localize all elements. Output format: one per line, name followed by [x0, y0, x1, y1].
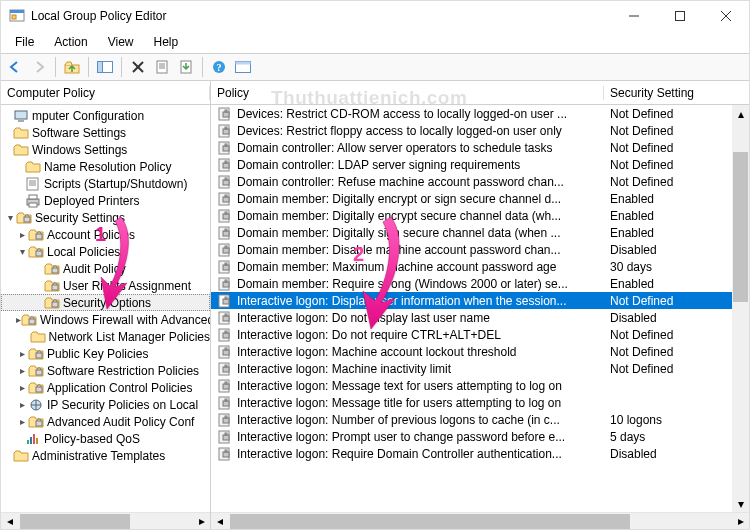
list-row[interactable]: Domain member: Digitally encrypt or sign…	[211, 190, 749, 207]
tree-item[interactable]: ▸Software Restriction Policies	[1, 362, 210, 379]
properties-button[interactable]	[151, 56, 173, 78]
twisty-icon[interactable]: ▸	[16, 229, 28, 240]
delete-button[interactable]	[127, 56, 149, 78]
list-row[interactable]: Domain controller: Allow server operator…	[211, 139, 749, 156]
tree-item[interactable]: ▾Security Settings	[1, 209, 210, 226]
tree-hscrollbar[interactable]: ◂ ▸	[1, 512, 210, 529]
policy-name: Domain member: Digitally sign secure cha…	[237, 226, 604, 240]
scroll-up-icon[interactable]: ▴	[732, 105, 749, 122]
tree-header-label: Computer Policy	[1, 86, 210, 100]
svg-rect-92	[223, 367, 229, 372]
tree-item[interactable]: Administrative Templates	[1, 447, 210, 464]
tree-item[interactable]: ▾Local Policies	[1, 243, 210, 260]
tree-item[interactable]: Name Resolution Policy	[1, 158, 210, 175]
close-button[interactable]	[703, 1, 749, 31]
list-row[interactable]: Domain member: Disable machine account p…	[211, 241, 749, 258]
list-row[interactable]: Interactive logon: Prompt user to change…	[211, 428, 749, 445]
list-hscrollbar[interactable]: ◂ ▸	[211, 512, 749, 529]
secfolder-icon	[28, 346, 44, 362]
list-row[interactable]: Interactive logon: Do not display last u…	[211, 309, 749, 326]
tree-item-label: Local Policies	[47, 245, 120, 259]
tree-item[interactable]: Policy-based QoS	[1, 430, 210, 447]
svg-rect-23	[27, 178, 38, 190]
list-vscrollbar[interactable]: ▴ ▾	[732, 105, 749, 512]
minimize-button[interactable]	[611, 1, 657, 31]
twisty-icon[interactable]: ▸	[16, 382, 28, 393]
col-policy[interactable]: Policy	[211, 86, 604, 100]
tree-item[interactable]: ▸Account Policies	[1, 226, 210, 243]
tree-item[interactable]: Windows Settings	[1, 141, 210, 158]
list-row[interactable]: Interactive logon: Message title for use…	[211, 394, 749, 411]
maximize-button[interactable]	[657, 1, 703, 31]
scroll-down-icon[interactable]: ▾	[732, 495, 749, 512]
list-row[interactable]: Devices: Restrict floppy access to local…	[211, 122, 749, 139]
scroll-left-icon[interactable]: ◂	[1, 513, 18, 530]
filter-options-button[interactable]	[232, 56, 254, 78]
col-setting[interactable]: Security Setting	[604, 86, 749, 100]
list-row[interactable]: Interactive logon: Do not require CTRL+A…	[211, 326, 749, 343]
tree-item[interactable]: ▸Advanced Audit Policy Conf	[1, 413, 210, 430]
menu-help[interactable]: Help	[144, 33, 189, 51]
tree-item[interactable]: User Rights Assignment	[1, 277, 210, 294]
list-row[interactable]: Domain member: Digitally encrypt secure …	[211, 207, 749, 224]
tree-item[interactable]: mputer Configuration	[1, 107, 210, 124]
tree-item[interactable]: Audit Policy	[1, 260, 210, 277]
twisty-icon[interactable]: ▸	[16, 416, 28, 427]
printer-icon	[25, 193, 41, 209]
tree-item[interactable]: Software Settings	[1, 124, 210, 141]
twisty-icon[interactable]: ▸	[16, 399, 28, 410]
tree-item[interactable]: ▸Application Control Policies	[1, 379, 210, 396]
twisty-icon[interactable]: ▾	[4, 212, 16, 223]
policy-name: Interactive logon: Require Domain Contro…	[237, 447, 604, 461]
scroll-right-icon[interactable]: ▸	[732, 513, 749, 530]
secfolder-icon	[44, 295, 60, 311]
svg-rect-35	[52, 302, 58, 307]
help-button[interactable]: ?	[208, 56, 230, 78]
tree-header[interactable]: Computer Policy	[1, 81, 210, 105]
list-row[interactable]: Domain controller: Refuse machine accoun…	[211, 173, 749, 190]
scroll-left-icon[interactable]: ◂	[211, 513, 228, 530]
export-list-button[interactable]	[175, 56, 197, 78]
tree-item[interactable]: ▸Public Key Policies	[1, 345, 210, 362]
toolbar-separator	[202, 57, 203, 77]
scroll-thumb[interactable]	[20, 514, 130, 529]
list-row[interactable]: Interactive logon: Number of previous lo…	[211, 411, 749, 428]
tree-item[interactable]: Deployed Printers	[1, 192, 210, 209]
twisty-icon[interactable]: ▾	[16, 246, 28, 257]
tree-item[interactable]: Network List Manager Policies	[1, 328, 210, 345]
list-view[interactable]: Devices: Restrict CD-ROM access to local…	[211, 105, 749, 512]
tree-item[interactable]: Scripts (Startup/Shutdown)	[1, 175, 210, 192]
tree-view[interactable]: mputer ConfigurationSoftware SettingsWin…	[1, 105, 210, 512]
list-row[interactable]: Domain controller: LDAP server signing r…	[211, 156, 749, 173]
show-hide-tree-button[interactable]	[94, 56, 116, 78]
list-row[interactable]: Interactive logon: Message text for user…	[211, 377, 749, 394]
menu-file[interactable]: File	[5, 33, 44, 51]
policy-icon	[217, 361, 233, 377]
up-button[interactable]	[61, 56, 83, 78]
scroll-thumb[interactable]	[230, 514, 630, 529]
policy-setting: Enabled	[604, 192, 749, 206]
list-row[interactable]: Domain member: Maximum machine account p…	[211, 258, 749, 275]
svg-rect-95	[223, 384, 229, 389]
back-button[interactable]	[4, 56, 26, 78]
menu-action[interactable]: Action	[44, 33, 97, 51]
menu-view[interactable]: View	[98, 33, 144, 51]
list-row[interactable]: Domain member: Digitally sign secure cha…	[211, 224, 749, 241]
secfolder-icon	[28, 244, 44, 260]
list-row[interactable]: Interactive logon: Require Domain Contro…	[211, 445, 749, 462]
forward-button[interactable]	[28, 56, 50, 78]
list-row[interactable]: Domain member: Require strong (Windows 2…	[211, 275, 749, 292]
list-row[interactable]: Interactive logon: Machine inactivity li…	[211, 360, 749, 377]
twisty-icon[interactable]: ▸	[16, 365, 28, 376]
svg-rect-71	[223, 248, 229, 253]
list-row[interactable]: Interactive logon: Machine account locko…	[211, 343, 749, 360]
scroll-right-icon[interactable]: ▸	[193, 513, 210, 530]
tree-item[interactable]: ▸IP Security Policies on Local	[1, 396, 210, 413]
list-row[interactable]: Devices: Restrict CD-ROM access to local…	[211, 105, 749, 122]
scroll-thumb[interactable]	[733, 152, 748, 302]
twisty-icon[interactable]: ▸	[16, 348, 28, 359]
list-row[interactable]: Interactive logon: Display user informat…	[211, 292, 749, 309]
tree-item[interactable]: ▸Windows Firewall with Advanced	[1, 311, 210, 328]
tree-item[interactable]: Security Options	[1, 294, 210, 311]
tree-item-label: Public Key Policies	[47, 347, 148, 361]
